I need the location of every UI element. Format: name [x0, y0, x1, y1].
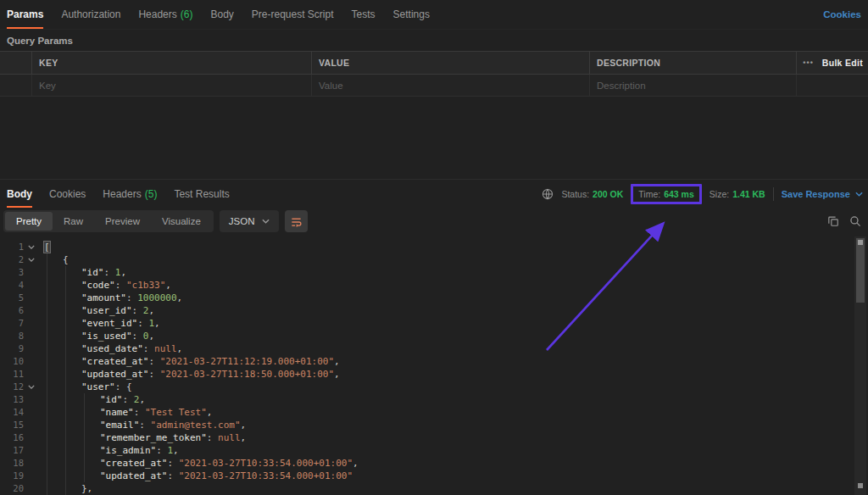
chevron-down-icon — [855, 192, 863, 197]
scrollbar-thumb[interactable] — [856, 238, 865, 303]
fold-gutter — [24, 444, 39, 457]
line-content: "event_id": 1, — [39, 317, 160, 330]
view-mode-raw[interactable]: Raw — [53, 212, 94, 231]
fold-gutter — [24, 419, 39, 431]
code-line: 18"created_at": "2021-03-27T10:33:54.000… — [0, 457, 868, 470]
code-line: 12"user": { — [0, 381, 868, 393]
line-content: "user_id": 2, — [39, 304, 154, 317]
code-line: 9"used_date": null, — [0, 342, 868, 355]
scrollbar-top-handle — [858, 240, 863, 245]
tab-label: Params — [7, 8, 43, 20]
request-tab-tests[interactable]: Tests — [352, 0, 376, 29]
bulk-edit-button[interactable]: Bulk Edit — [822, 58, 863, 68]
code-line: 15"email": "admin@test.com", — [0, 419, 868, 431]
cookies-link[interactable]: Cookies — [823, 0, 861, 29]
tab-label: Headers — [138, 8, 176, 20]
response-body-editor[interactable]: 1[2{3"id": 1,4"code": "c1b33",5"amount":… — [0, 235, 868, 495]
save-response-button[interactable]: Save Response — [782, 189, 863, 199]
query-params-table: KEY VALUE DESCRIPTION ••• Bulk Edit Key … — [0, 51, 868, 97]
fold-gutter — [24, 292, 39, 304]
row-select-cell[interactable] — [0, 75, 32, 96]
size-value: 1.41 KB — [732, 189, 765, 199]
chevron-down-icon — [262, 219, 270, 224]
line-number: 9 — [0, 342, 24, 355]
tab-label: Body — [7, 188, 32, 200]
view-mode-segmented-control: PrettyRawPreviewVisualize — [3, 210, 214, 232]
select-all-cell[interactable] — [0, 52, 32, 74]
fold-gutter — [24, 393, 39, 406]
response-tab-cookies[interactable]: Cookies — [49, 180, 86, 208]
tab-label: Cookies — [49, 188, 86, 200]
row-actions-cell — [797, 75, 868, 96]
search-icon[interactable] — [849, 215, 861, 227]
line-content: "remember_me_token": null, — [39, 431, 246, 444]
view-mode-visualize[interactable]: Visualize — [151, 212, 212, 231]
tab-count-badge: (5) — [145, 188, 158, 200]
fold-gutter — [24, 266, 39, 279]
view-mode-pretty[interactable]: Pretty — [5, 212, 53, 231]
response-tab-headers[interactable]: Headers(5) — [103, 180, 157, 208]
line-content: "created_at": "2021-03-27T11:12:19.000+0… — [39, 355, 340, 368]
line-number: 5 — [0, 292, 24, 304]
line-number: 18 — [0, 457, 24, 470]
meta-divider — [773, 187, 774, 201]
fold-gutter — [24, 342, 39, 355]
request-tab-params[interactable]: Params — [7, 0, 43, 29]
globe-icon — [542, 188, 554, 200]
request-tab-headers[interactable]: Headers(6) — [138, 0, 192, 29]
fold-gutter — [24, 317, 39, 330]
response-tab-test-results[interactable]: Test Results — [174, 180, 229, 208]
request-tab-settings[interactable]: Settings — [393, 0, 430, 29]
fold-gutter — [24, 304, 39, 317]
request-tab-body[interactable]: Body — [210, 0, 233, 29]
key-input[interactable]: Key — [32, 75, 312, 96]
column-header-description: DESCRIPTION — [590, 52, 797, 74]
fold-gutter — [24, 368, 39, 381]
line-number: 6 — [0, 304, 24, 317]
line-content: "updated_at": "2021-03-27T11:18:50.000+0… — [39, 368, 340, 381]
line-number: 14 — [0, 406, 24, 419]
line-number: 7 — [0, 317, 24, 330]
language-select[interactable]: JSON — [220, 210, 280, 232]
annotation-time-highlight-box: Time: 643 ms — [631, 184, 702, 204]
column-header-key: KEY — [32, 52, 312, 74]
line-content: "is_used": 0, — [39, 330, 154, 342]
fold-gutter — [24, 457, 39, 470]
query-params-header-row: KEY VALUE DESCRIPTION ••• Bulk Edit — [0, 51, 868, 75]
fold-gutter — [24, 355, 39, 368]
line-number: 2 — [0, 253, 24, 266]
language-select-value: JSON — [229, 216, 255, 226]
line-content: "code": "c1b33", — [39, 279, 171, 292]
wrap-text-button[interactable] — [285, 210, 308, 232]
line-content: "id": 2, — [39, 393, 145, 406]
fold-chevron-icon[interactable] — [24, 241, 39, 253]
wrap-text-icon — [290, 215, 303, 228]
copy-icon[interactable] — [827, 215, 839, 227]
tab-label: Authorization — [61, 8, 120, 20]
fold-gutter — [24, 279, 39, 292]
line-number: 11 — [0, 368, 24, 381]
response-tabbar-tabs: BodyCookiesHeaders(5)Test Results — [7, 180, 230, 208]
fold-chevron-icon[interactable] — [24, 253, 39, 266]
tab-label: Headers — [103, 188, 141, 200]
line-content: [ — [39, 241, 50, 253]
size-label: Size: — [709, 189, 729, 199]
line-content: "amount": 1000000, — [39, 292, 182, 304]
more-actions-icon[interactable]: ••• — [803, 58, 813, 67]
value-input[interactable]: Value — [312, 75, 590, 96]
editor-scrollbar[interactable] — [854, 236, 866, 495]
request-tab-pre-request-script[interactable]: Pre-request Script — [252, 0, 334, 29]
line-number: 1 — [0, 241, 24, 253]
status-label: Status: — [561, 189, 589, 199]
line-number: 12 — [0, 381, 24, 393]
tab-label: Settings — [393, 8, 430, 20]
request-tab-authorization[interactable]: Authorization — [61, 0, 120, 29]
response-meta: Status: 200 OK Time: 643 ms Size: 1.41 K… — [542, 180, 863, 208]
fold-chevron-icon[interactable] — [24, 381, 39, 393]
fold-gutter — [24, 470, 39, 482]
code-line: 4"code": "c1b33", — [0, 279, 868, 292]
response-tab-body[interactable]: Body — [7, 180, 32, 208]
view-mode-preview[interactable]: Preview — [94, 212, 151, 231]
column-header-value: VALUE — [312, 52, 590, 74]
description-input[interactable]: Description — [590, 75, 797, 96]
